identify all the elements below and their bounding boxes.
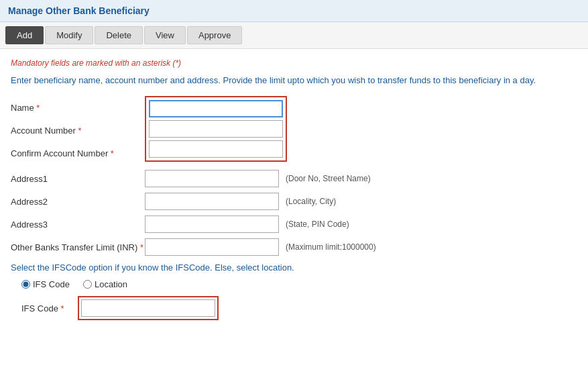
- address3-input[interactable]: [145, 215, 279, 233]
- address1-input[interactable]: [145, 170, 279, 187]
- name-label: Name *: [11, 103, 40, 113]
- transfer-limit-label: Other Banks Transfer Limit (INR) *: [11, 242, 145, 252]
- radio-ifscode-text: IFS Code: [33, 279, 70, 289]
- tab-add[interactable]: Add: [5, 26, 44, 44]
- tab-modify[interactable]: Modify: [45, 26, 93, 44]
- confirm-account-number-input[interactable]: [149, 140, 283, 158]
- transfer-limit-row: Other Banks Transfer Limit (INR) * (Maxi…: [11, 238, 577, 256]
- address1-row: Address1 (Door No, Street Name): [11, 170, 577, 187]
- confirm-required: *: [111, 148, 114, 158]
- name-input[interactable]: [149, 100, 283, 117]
- address1-hint: (Door No, Street Name): [286, 174, 371, 183]
- ifs-code-input-wrapper: [78, 296, 219, 320]
- address2-label: Address2: [11, 197, 145, 207]
- account-required: *: [78, 126, 81, 136]
- radio-ifscode[interactable]: [21, 280, 30, 289]
- address2-row: Address2 (Locality, City): [11, 193, 577, 210]
- tab-view[interactable]: View: [144, 26, 186, 44]
- radio-group: IFS Code Location: [21, 279, 577, 289]
- account-number-input[interactable]: [149, 120, 283, 138]
- radio-location-label[interactable]: Location: [83, 279, 127, 289]
- ifscode-input-row: IFS Code *: [21, 296, 577, 320]
- ifs-code-label: IFS Code *: [21, 303, 78, 313]
- address3-hint: (State, PIN Code): [286, 220, 349, 229]
- address3-row: Address3 (State, PIN Code): [11, 215, 577, 233]
- transfer-limit-input[interactable]: [145, 238, 279, 256]
- transfer-limit-hint: (Maximum limit:1000000): [286, 242, 376, 252]
- ifscode-note: Select the IFSCode option if you know th…: [11, 262, 577, 273]
- page-title: Manage Other Bank Beneficiary: [0, 0, 588, 22]
- mandatory-note: Mandatory fields are marked with an aste…: [11, 58, 577, 68]
- ifs-code-required: *: [61, 303, 64, 313]
- address2-input[interactable]: [145, 193, 279, 210]
- confirm-account-label: Confirm Account Number *: [11, 148, 114, 158]
- instruction-text: Enter beneficiary name, account number a…: [11, 75, 577, 87]
- tab-delete[interactable]: Delete: [95, 26, 143, 44]
- account-number-label: Account Number *: [11, 126, 82, 136]
- ifs-code-input[interactable]: [81, 299, 215, 317]
- tab-approve[interactable]: Approve: [187, 26, 242, 44]
- name-required: *: [36, 103, 40, 113]
- address2-hint: (Locality, City): [286, 197, 336, 206]
- address3-label: Address3: [11, 220, 145, 230]
- form-content: Mandatory fields are marked with an aste…: [0, 49, 588, 330]
- address1-label: Address1: [11, 174, 145, 184]
- radio-ifscode-label[interactable]: IFS Code: [21, 279, 70, 289]
- tab-bar: Add Modify Delete View Approve: [0, 22, 588, 49]
- radio-location[interactable]: [83, 280, 92, 289]
- transfer-limit-required: *: [140, 242, 143, 252]
- radio-location-text: Location: [95, 279, 127, 289]
- required-fields-group: [145, 96, 287, 162]
